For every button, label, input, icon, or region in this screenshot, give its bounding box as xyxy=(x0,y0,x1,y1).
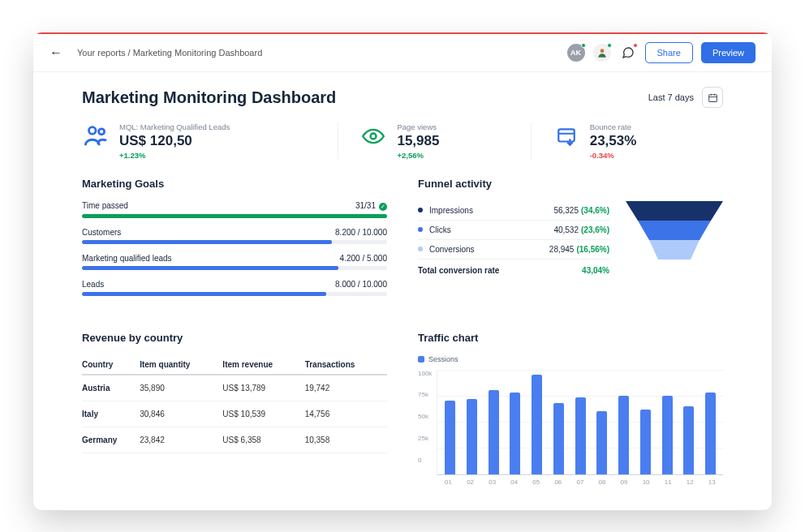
table-cell: 10,358 xyxy=(305,427,387,453)
goal-label: Time passed xyxy=(82,201,128,211)
presence-dot-icon xyxy=(607,43,612,48)
table-cell: Austria xyxy=(82,375,140,401)
x-tick: 09 xyxy=(621,478,628,486)
preview-button[interactable]: Preview xyxy=(701,42,755,63)
kpi-value: US$ 120,50 xyxy=(119,133,230,149)
avatar-user-2[interactable] xyxy=(593,44,611,62)
y-tick: 50k xyxy=(418,413,432,420)
kpi-delta: +1.23% xyxy=(119,151,230,160)
funnel-row: Impressions56,325 (34,6%) xyxy=(418,201,609,221)
chart-bar xyxy=(640,410,651,474)
x-tick: 12 xyxy=(687,478,694,486)
goal-value: 31/31✓ xyxy=(355,201,387,211)
kpi-label: Page views xyxy=(397,122,439,131)
chart-bar xyxy=(532,375,542,474)
chart-bar xyxy=(662,396,673,474)
chart-bar xyxy=(445,401,455,474)
browser-arrow-icon xyxy=(553,122,580,150)
date-range-picker[interactable]: Last 7 days xyxy=(648,87,723,108)
table-cell: 30,846 xyxy=(140,401,222,427)
kpi-delta: -0.34% xyxy=(590,151,637,160)
table-cell: US$ 13,789 xyxy=(222,375,304,401)
bar-chart: 100k75k50k25k0 xyxy=(418,370,723,475)
check-icon: ✓ xyxy=(379,203,387,211)
funnel-stage-value: 28,945 xyxy=(549,245,575,254)
page-title: Marketing Monitoring Dashboard xyxy=(82,88,336,107)
y-tick: 100k xyxy=(418,370,432,377)
card-traffic: Traffic chart Sessions 100k75k50k25k0 01… xyxy=(418,332,723,486)
avatar-user-1[interactable]: AK xyxy=(567,44,585,62)
card-title: Funnel activity xyxy=(418,178,723,190)
x-tick: 05 xyxy=(532,478,540,486)
bullet-icon xyxy=(418,208,423,212)
kpi-mql: MQL: Marketing Qualified Leads US$ 120,5… xyxy=(82,122,338,160)
kpi-label: MQL: Marketing Qualified Leads xyxy=(119,122,230,131)
calendar-icon[interactable] xyxy=(702,87,723,108)
back-arrow-icon[interactable]: ← xyxy=(50,45,62,60)
svg-marker-11 xyxy=(626,201,723,221)
table-row: Germany23,842US$ 6,35810,358 xyxy=(82,427,387,453)
funnel-stage-value: 40,532 xyxy=(553,225,579,234)
funnel-stage-name: Conversions xyxy=(429,245,549,254)
table-row: Austria35,890US$ 13,78919,742 xyxy=(82,375,387,401)
table-row: Italy30,846US$ 10,53914,756 xyxy=(82,401,387,427)
card-title: Traffic chart xyxy=(418,332,723,344)
topbar: ← Your reports / Marketing Monitoring Da… xyxy=(33,34,772,72)
svg-point-6 xyxy=(99,129,105,135)
funnel-stage-value: 56,325 xyxy=(553,206,579,215)
kpi-delta: +2,56% xyxy=(397,151,439,160)
card-title: Revenue by country xyxy=(82,332,387,344)
card-title: Marketing Goals xyxy=(82,178,387,190)
table-cell: 23,842 xyxy=(140,427,222,453)
table-cell: Germany xyxy=(82,427,140,453)
comments-button[interactable] xyxy=(619,44,637,62)
card-revenue: Revenue by country CountryItem quantityI… xyxy=(82,332,387,486)
table-header: Country xyxy=(82,355,140,375)
y-tick: 0 xyxy=(418,457,432,464)
preview-button-label: Preview xyxy=(712,48,744,58)
x-tick: 06 xyxy=(554,478,562,486)
svg-marker-13 xyxy=(649,240,700,260)
chart-bar xyxy=(618,396,629,474)
funnel-stage-name: Clicks xyxy=(429,225,553,234)
notification-dot-icon xyxy=(633,43,638,48)
revenue-table: CountryItem quantityItem revenueTransact… xyxy=(82,355,387,453)
kpi-pageviews: Page views 15,985 +2,56% xyxy=(338,122,530,160)
chart-legend: Sessions xyxy=(418,355,723,363)
goal-value: 8.200 / 10.000 xyxy=(335,228,387,237)
table-cell: 14,756 xyxy=(305,401,387,427)
eye-icon xyxy=(359,122,387,150)
chart-bar xyxy=(510,393,520,474)
table-header: Item revenue xyxy=(222,355,304,375)
x-tick: 08 xyxy=(599,478,606,486)
goal-value: 8.000 / 10.000 xyxy=(335,280,387,289)
funnel-segment xyxy=(626,221,723,240)
funnel-stage-pct: (34,6%) xyxy=(581,206,609,215)
x-tick: 11 xyxy=(665,478,672,486)
funnel-chart xyxy=(626,201,723,275)
goal-label: Leads xyxy=(82,280,104,289)
funnel-total: Total conversion rate43,04% xyxy=(418,260,609,275)
y-tick: 25k xyxy=(418,435,432,442)
svg-point-7 xyxy=(371,134,377,139)
chart-bar xyxy=(467,399,477,474)
x-tick: 01 xyxy=(445,478,452,486)
kpi-bounce: Bounce rate 23,53% -0.34% xyxy=(531,122,723,160)
presence-dot-icon xyxy=(581,43,586,48)
funnel-stage-name: Impressions xyxy=(429,206,553,215)
table-header: Item quantity xyxy=(140,355,222,375)
goal-row: Marketing qualified leads4.200 / 5.000 xyxy=(82,254,387,270)
funnel-segment xyxy=(626,201,723,221)
funnel-segment xyxy=(626,240,723,260)
kpi-label: Bounce rate xyxy=(590,122,637,131)
y-tick: 75k xyxy=(418,391,432,398)
breadcrumb[interactable]: Your reports / Marketing Monitoring Dash… xyxy=(77,48,262,58)
x-tick: 10 xyxy=(643,478,650,486)
share-button[interactable]: Share xyxy=(645,42,693,63)
legend-label: Sessions xyxy=(428,355,458,363)
svg-rect-1 xyxy=(708,94,717,101)
x-tick: 07 xyxy=(576,478,583,486)
goal-label: Customers xyxy=(82,228,121,237)
funnel-row: Conversions28,945 (16,56%) xyxy=(418,240,609,260)
share-button-label: Share xyxy=(657,48,681,58)
